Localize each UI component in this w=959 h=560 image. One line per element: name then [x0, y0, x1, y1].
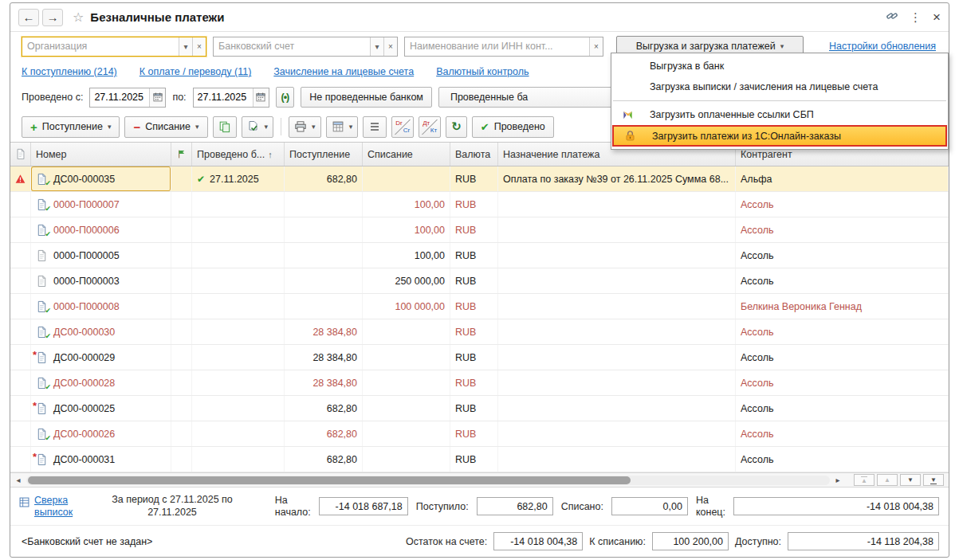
- table-row[interactable]: ✔ДС00-000026 682,80 RUB Ассоль: [10, 421, 949, 447]
- scrollbar-track[interactable]: [26, 476, 830, 485]
- currency: RUB: [450, 447, 498, 472]
- scrollbar-thumb[interactable]: [28, 476, 631, 484]
- payments-table: Номер Проведено б...↑ Поступление Списан…: [10, 142, 949, 472]
- back-button[interactable]: ←: [18, 9, 39, 26]
- menu-item-export-to-bank[interactable]: Выгрузка в банк: [611, 56, 948, 76]
- page-down-button[interactable]: ▼: [900, 474, 921, 486]
- doc-number: 0000-П000006: [53, 225, 120, 236]
- calendar-icon: [255, 92, 266, 103]
- bank-account-clear-button[interactable]: ×: [383, 37, 397, 56]
- drcr-button-en[interactable]: Dr Cr: [391, 116, 414, 138]
- writeoff-amount: [363, 396, 450, 421]
- copy-button[interactable]: [213, 116, 237, 138]
- table-row[interactable]: ✔ДС00-000028 28 384,80 RUB Ассоль: [10, 370, 949, 396]
- document-plain-icon: [36, 275, 49, 288]
- add-writeoff-button[interactable]: − Списание ▾: [124, 116, 207, 138]
- document-posted-icon: ✔: [36, 428, 49, 441]
- header-status-column[interactable]: [10, 143, 31, 166]
- more-menu-button[interactable]: ⋮: [910, 10, 922, 25]
- menu-item-load-sbp-links[interactable]: Загрузить оплаченные ссылки СБП: [611, 104, 948, 125]
- table-row[interactable]: ✔ДС00-000030 28 384,80 RUB Ассоль: [10, 319, 949, 345]
- sbp-icon: [621, 108, 634, 121]
- received-value: 682,80: [477, 497, 553, 515]
- table-row[interactable]: ✔0000-П000007 100,00 RUB Ассоль: [10, 192, 949, 217]
- drcr-button-ru[interactable]: Дт Кт: [419, 116, 441, 138]
- header-processed[interactable]: Проведено б...↑: [192, 143, 285, 166]
- table-row[interactable]: ✔0000-П000008 100 000,00 RUB Белкина Вер…: [10, 294, 949, 319]
- table-row[interactable]: *ДС00-000031 682,80 RUB Ассоль: [10, 447, 949, 472]
- refresh-button[interactable]: ↻: [446, 116, 467, 138]
- favorite-star-icon[interactable]: ☆: [73, 10, 84, 25]
- organization-clear-button[interactable]: ×: [192, 37, 206, 56]
- currency: RUB: [450, 421, 498, 446]
- table-row[interactable]: ✔ДС00-000035 ✔27.11.2025 682,80 RUB Опла…: [10, 166, 949, 192]
- header-receipt[interactable]: Поступление: [285, 143, 363, 166]
- counterparty-clear-button[interactable]: ×: [589, 37, 603, 56]
- go-to-end-button[interactable]: ▼: [923, 474, 944, 486]
- receipt-amount: 682,80: [285, 396, 363, 421]
- header-currency[interactable]: Валюта: [450, 143, 498, 166]
- forward-button[interactable]: →: [42, 9, 63, 26]
- menu-item-load-online-orders[interactable]: Загрузить платежи из 1С:Онлайн-заказы: [612, 125, 947, 147]
- table-row[interactable]: *ДС00-000029 28 384,80 RUB Ассоль: [10, 345, 949, 370]
- calendar-button[interactable]: [149, 88, 165, 107]
- link-currency-control[interactable]: Валютный контроль: [436, 66, 529, 77]
- bank-account-dropdown-button[interactable]: ▾: [370, 37, 383, 56]
- end-balance-label: Наконец:: [696, 495, 725, 519]
- counterparty: Белкина Вероника Геннад: [736, 294, 949, 319]
- reconcile-link-line1[interactable]: Сверка: [34, 495, 68, 506]
- reconcile-statements-link[interactable]: Сверка выписок: [18, 495, 88, 519]
- reconcile-link-line2[interactable]: выписок: [34, 507, 73, 518]
- go-to-begin-button[interactable]: ▲: [854, 474, 874, 486]
- period-from-field: [89, 88, 166, 108]
- currency: RUB: [450, 396, 498, 421]
- organization-dropdown-button[interactable]: ▾: [179, 37, 192, 56]
- period-from-input[interactable]: [90, 88, 149, 107]
- table-row[interactable]: *ДС00-000025 682,80 RUB Ассоль: [10, 396, 949, 421]
- get-link-button[interactable]: [886, 10, 898, 25]
- header-writeoff[interactable]: Списание: [363, 143, 450, 166]
- processed-label: Проведенные ба: [450, 92, 528, 103]
- table-row[interactable]: 0000-П000005 100,00 RUB Ассоль: [10, 243, 949, 268]
- currency: RUB: [450, 319, 498, 344]
- link-to-pay[interactable]: К оплате / переводу (11): [140, 66, 252, 77]
- scroll-left-button[interactable]: ◂: [12, 476, 25, 484]
- organization-input[interactable]: [22, 37, 179, 56]
- writeoff-amount: [363, 370, 450, 395]
- period-to-input[interactable]: [194, 88, 253, 107]
- writeoff-amount: 100,00: [363, 217, 450, 242]
- header-number[interactable]: Номер: [31, 143, 171, 166]
- link-personal-accounts[interactable]: Зачисление на лицевые счета: [273, 66, 414, 77]
- scroll-right-button[interactable]: ▸: [831, 476, 844, 484]
- menu-item-load-statement[interactable]: Загрузка выписки / зачисления на лицевые…: [611, 76, 948, 97]
- list-settings-button[interactable]: [363, 116, 387, 138]
- link-to-receive[interactable]: К поступлению (214): [22, 66, 117, 77]
- update-settings-link[interactable]: Настройки обновления: [829, 41, 936, 52]
- processed-toggle-button[interactable]: ✔ Проведено: [472, 116, 554, 138]
- not-processed-filter-button[interactable]: Не проведенные банком: [301, 87, 432, 108]
- payment-purpose: [498, 294, 736, 319]
- receipt-amount: 28 384,80: [285, 370, 363, 395]
- doc-number: 0000-П000005: [53, 250, 120, 261]
- currency: RUB: [450, 217, 498, 242]
- register-report-button[interactable]: ▾: [326, 116, 359, 138]
- interval-button[interactable]: (•): [276, 87, 295, 108]
- add-receipt-button[interactable]: + Поступление ▾: [22, 116, 120, 138]
- doc-number: 0000-П000007: [53, 199, 120, 210]
- payments-exchange-label: Выгрузка и загрузка платежей: [636, 41, 776, 52]
- processed-filter-button[interactable]: Проведенные ба: [438, 87, 628, 108]
- page-up-button[interactable]: ▲: [877, 474, 898, 486]
- close-button[interactable]: ×: [933, 10, 941, 25]
- menu-item-label: Загрузка выписки / зачисления на лицевые…: [621, 81, 878, 92]
- print-button[interactable]: ▾: [289, 116, 321, 138]
- payment-purpose: Оплата по заказу №39 от 26.11.2025 Сумма…: [498, 166, 736, 191]
- menu-item-label: Выгрузка в банк: [621, 61, 724, 72]
- table-row[interactable]: 0000-П000003 250 000,00 RUB Ассоль: [10, 268, 949, 294]
- receipt-amount: 682,80: [285, 421, 363, 446]
- counterparty-search-input[interactable]: [405, 37, 589, 56]
- table-row[interactable]: ✔0000-П000006 100,00 RUB Ассоль: [10, 217, 949, 243]
- create-based-on-button[interactable]: ▾: [242, 116, 274, 138]
- header-flag-column[interactable]: [171, 143, 192, 166]
- bank-account-input[interactable]: [214, 37, 370, 56]
- calendar-button[interactable]: [253, 88, 269, 107]
